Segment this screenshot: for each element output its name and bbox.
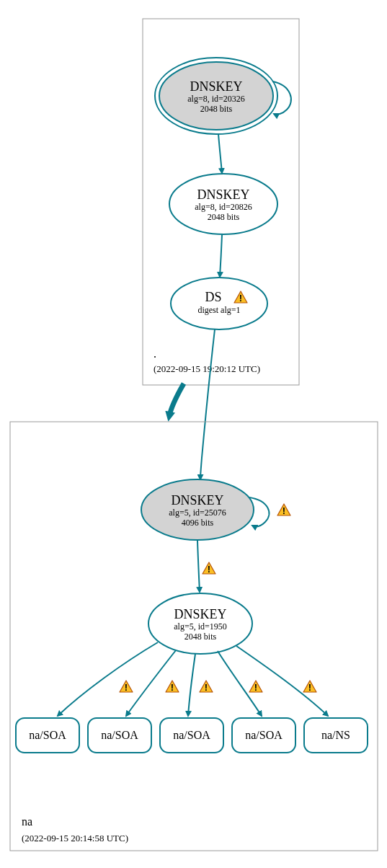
- na-zsk-alg: alg=5, id=1950: [174, 621, 227, 632]
- edge-zsk-leaf1: [58, 642, 158, 716]
- leaf-na-ns: na/NS: [304, 718, 368, 753]
- zone-na-label: na: [22, 815, 32, 828]
- warning-icon: [166, 681, 179, 693]
- warning-icon: [277, 504, 290, 516]
- na-zsk-bits: 2048 bits: [184, 632, 217, 642]
- leaf-na-soa-1: na/SOA: [16, 718, 79, 753]
- edge-zsk-leaf5: [236, 646, 328, 716]
- na-ksk-bits: 4096 bits: [182, 518, 214, 528]
- zone-na-time: (2022-09-15 20:14:58 UTC): [22, 833, 128, 843]
- zone-root-time: (2022-09-15 19:20:12 UTC): [154, 363, 260, 374]
- warning-icon: [120, 681, 133, 693]
- edge-zone-root-to-na: [169, 384, 184, 416]
- node-root-ksk: DNSKEY alg=8, id=20326 2048 bits: [155, 58, 277, 134]
- warning-icon: [303, 681, 316, 693]
- node-na-ksk: DNSKEY alg=5, id=25076 4096 bits: [141, 479, 254, 540]
- node-ds: DS digest alg=1: [171, 278, 267, 329]
- root-zsk-alg: alg=8, id=20826: [195, 202, 252, 212]
- leaf-label: na/SOA: [245, 729, 283, 741]
- leaf-na-soa-2: na/SOA: [88, 718, 151, 753]
- na-ksk-title: DNSKEY: [171, 493, 223, 508]
- root-zsk-title: DNSKEY: [197, 187, 249, 202]
- na-zsk-title: DNSKEY: [174, 607, 226, 621]
- root-zsk-bits: 2048 bits: [208, 212, 240, 222]
- warning-icon: [203, 562, 215, 575]
- edge-zsk-leaf3: [188, 654, 195, 716]
- leaf-label: na/SOA: [29, 729, 66, 741]
- edge-zsk-leaf2: [126, 650, 176, 716]
- node-root-zsk: DNSKEY alg=8, id=20826 2048 bits: [169, 174, 277, 234]
- edge-na-ksk-to-zsk: [197, 541, 200, 592]
- na-ksk-alg: alg=5, id=25076: [169, 508, 226, 518]
- node-na-zsk: DNSKEY alg=5, id=1950 2048 bits: [148, 593, 252, 654]
- edge-root-zsk-to-ds: [220, 235, 222, 277]
- warning-icon: [249, 681, 262, 693]
- zone-root-label: .: [154, 347, 156, 360]
- leaf-label: na/SOA: [173, 729, 210, 741]
- root-ksk-alg: alg=8, id=20326: [187, 94, 245, 104]
- edge-root-ksk-to-zsk: [218, 134, 222, 173]
- root-ksk-bits: 2048 bits: [200, 104, 233, 114]
- ds-title: DS: [205, 290, 221, 304]
- warning-icon: [200, 681, 213, 693]
- leaf-na-soa-4: na/SOA: [232, 718, 295, 753]
- leaf-label: na/NS: [321, 729, 350, 741]
- ds-alg: digest alg=1: [197, 305, 240, 315]
- leaf-label: na/SOA: [101, 729, 138, 741]
- root-ksk-title: DNSKEY: [190, 79, 242, 94]
- leaf-na-soa-3: na/SOA: [160, 718, 223, 753]
- edge-ds-to-na-ksk: [200, 329, 215, 479]
